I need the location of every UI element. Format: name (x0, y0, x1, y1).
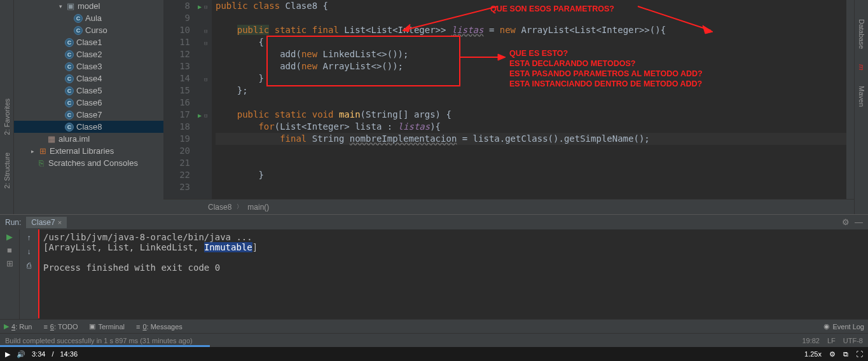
up-icon[interactable]: ↑ (27, 233, 31, 242)
todo-icon: ≡ (43, 323, 47, 330)
class-icon: C (65, 111, 74, 119)
run-header: Run: Clase7 × ⚙ — (0, 215, 868, 229)
breadcrumb[interactable]: Clase8 〉 main() (163, 199, 854, 214)
fold-icon[interactable]: ⊟ (204, 37, 207, 50)
layout-icon[interactable]: ⊞ (6, 259, 13, 268)
tab-messages[interactable]: ≡0: Messages (136, 323, 183, 330)
tree-class-clase5[interactable]: C Clase5 (14, 85, 163, 97)
tree-label: model (78, 1, 100, 11)
tree-ext-libs[interactable]: ▸ ⊞ External Libraries (14, 145, 163, 157)
print-icon[interactable]: ⎙ (27, 261, 31, 270)
fold-icon[interactable]: ⊟ (204, 74, 207, 86)
run-panel: Run: Clase7 × ⚙ — ▶ ■ ⊞ ↑ ↓ ⎙ /usr/lib/j… (0, 214, 868, 319)
tree-class-clase1[interactable]: C Clase1 (14, 36, 163, 48)
down-icon[interactable]: ↓ (27, 247, 31, 256)
class-icon: C (65, 38, 74, 47)
project-tree[interactable]: ▾ ▣ model C Aula C Curso C Clase1 C Clas… (14, 0, 163, 214)
fold-icon[interactable]: ⊟ (204, 1, 207, 13)
favorites-tool[interactable]: 2: Favorites (3, 99, 11, 135)
tree-file-alura[interactable]: ▦ alura.iml (14, 133, 163, 145)
file-icon: ▦ (47, 135, 56, 144)
run-gutter-icon[interactable]: ▶ (198, 109, 202, 121)
video-time-current: 3:34 (32, 350, 45, 358)
play-icon[interactable]: ▶ (5, 350, 10, 358)
code-line (216, 145, 846, 157)
tab-todo[interactable]: ≡6: TODO (43, 323, 78, 330)
annotation-line: QUE ES ESTO? (509, 48, 703, 58)
code-line (216, 157, 846, 169)
breadcrumb-item[interactable]: Clase8 (208, 203, 231, 212)
structure-tool[interactable]: 2: Structure (3, 153, 11, 189)
annotation-line (38, 229, 39, 318)
fold-icon[interactable]: ⊟ (204, 110, 207, 122)
line-number: 16 (163, 97, 191, 109)
playback-speed[interactable]: 1.25x (804, 350, 822, 358)
right-tool-rail: Database m Maven (854, 0, 868, 214)
pip-icon[interactable]: ⧉ (843, 350, 848, 358)
encoding[interactable]: UTF-8 (843, 337, 863, 344)
fullscreen-icon[interactable]: ⛶ (856, 350, 863, 358)
tree-folder-model[interactable]: ▾ ▣ model (14, 0, 163, 12)
annotation-line: ESTA DECLARANDO METODOS? (509, 58, 703, 69)
maven-tool[interactable]: Maven (858, 86, 865, 107)
tree-class-aula[interactable]: C Aula (14, 12, 163, 24)
breadcrumb-item[interactable]: main() (247, 203, 269, 212)
output-line: [ArrayList, List, LinkedList, Inmutable] (43, 242, 863, 252)
annotation-line: ESTA PASANDO PARAMETROS AL METODO ADD? (509, 69, 703, 79)
code-body[interactable]: public class Clase8 { public static fina… (212, 0, 846, 199)
line-sep[interactable]: LF (827, 337, 836, 344)
class-icon: C (74, 26, 83, 35)
tree-scratches[interactable]: ⎘ Scratches and Consoles (14, 157, 163, 169)
close-icon[interactable]: × (58, 219, 62, 226)
annotation-text: QUE ES ESTO? ESTA DECLARANDO METODOS? ES… (509, 48, 703, 89)
database-tool[interactable]: Database (858, 19, 865, 49)
gear-icon[interactable]: ⚙ (842, 217, 850, 227)
fold-column[interactable]: ⊟ ⊟ ⊟ ⊟ ⊟ (203, 0, 212, 199)
chevron-down-icon[interactable]: ▾ (57, 3, 64, 10)
annotation-line: ESTA INSTANCIANDO DENTRO DE METODO ADD? (509, 79, 703, 89)
tree-label: Curso (85, 25, 107, 35)
code-line: final String nombreImplementacion = list… (216, 133, 846, 145)
tree-class-clase3[interactable]: C Clase3 (14, 60, 163, 72)
tree-label: Clase1 (76, 37, 102, 47)
line-number: 10 (163, 24, 191, 36)
video-time-sep: / (52, 350, 53, 358)
run-output[interactable]: /usr/lib/jvm/java-8-oracle/bin/java ... … (38, 229, 868, 319)
tree-label: Clase8 (76, 122, 102, 132)
cursor-position[interactable]: 19:82 (802, 337, 820, 344)
line-number: 21 (163, 157, 191, 169)
maven-tool-icon[interactable]: m (858, 64, 865, 71)
gutter[interactable]: 8 ▶ 9 10 11 12 13 14 15 16 17 ▶ 18 19 20… (163, 0, 203, 199)
tab-run[interactable]: ▶4: Run (4, 322, 32, 330)
tree-class-clase6[interactable]: C Clase6 (14, 97, 163, 109)
editor[interactable]: 8 ▶ 9 10 11 12 13 14 15 16 17 ▶ 18 19 20… (163, 0, 854, 214)
class-icon: C (65, 99, 74, 107)
rerun-icon[interactable]: ▶ (6, 232, 13, 242)
volume-icon[interactable]: 🔊 (17, 350, 25, 358)
stop-icon[interactable]: ■ (7, 245, 12, 255)
video-progress[interactable] (0, 345, 210, 347)
tab-terminal[interactable]: ▣Terminal (89, 322, 125, 330)
line-number: 14 (163, 72, 191, 85)
tree-class-clase4[interactable]: C Clase4 (14, 72, 163, 85)
tree-class-clase8[interactable]: C Clase8 (14, 121, 163, 133)
fold-icon[interactable]: ⊟ (204, 25, 207, 37)
tree-class-clase2[interactable]: C Clase2 (14, 48, 163, 60)
tree-class-clase7[interactable]: C Clase7 (14, 109, 163, 121)
minimize-icon[interactable]: — (855, 217, 863, 227)
video-time-total: 14:36 (60, 350, 78, 358)
run-tab[interactable]: Clase7 × (26, 217, 67, 228)
settings-icon[interactable]: ⚙ (829, 350, 836, 358)
tree-label: Clase2 (76, 50, 102, 59)
run-gutter-icon[interactable]: ▶ (198, 1, 202, 13)
run-side-toolbar: ↑ ↓ ⎙ (19, 229, 38, 319)
editor-scrollbar[interactable] (846, 0, 854, 199)
annotation-box (266, 36, 460, 86)
run-tab-label: Clase7 (31, 218, 55, 227)
annotation-text: QUE SON ESOS PARAMETROS? (490, 3, 614, 15)
line-number: 19 (163, 133, 191, 145)
tab-event-log[interactable]: ◉Event Log (823, 322, 864, 330)
tree-class-curso[interactable]: C Curso (14, 24, 163, 36)
chevron-right-icon[interactable]: ▸ (29, 148, 36, 154)
output-line (43, 252, 863, 262)
